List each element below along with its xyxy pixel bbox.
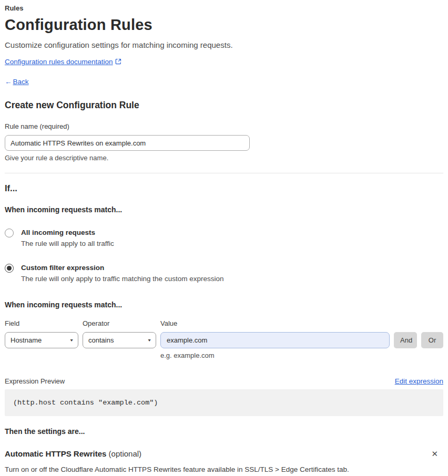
setting-title: Automatic HTTPS Rewrites (optional) bbox=[5, 449, 141, 459]
setting-optional-label: (optional) bbox=[109, 449, 142, 458]
page-title: Configuration Rules bbox=[5, 15, 443, 34]
documentation-link[interactable]: Configuration rules documentation bbox=[5, 58, 113, 66]
field-select[interactable]: Hostname ▾ bbox=[5, 332, 78, 348]
rule-name-label: Rule name (required) bbox=[5, 122, 443, 131]
field-label: Field bbox=[5, 319, 78, 328]
or-button[interactable]: Or bbox=[421, 332, 443, 348]
and-button[interactable]: And bbox=[394, 332, 417, 348]
configuration-rules-page: Rules Configuration Rules Customize conf… bbox=[0, 0, 448, 476]
create-rule-heading: Create new Configuration Rule bbox=[5, 99, 443, 111]
condition-heading: When incoming requests match... bbox=[5, 300, 443, 309]
match-heading: When incoming requests match... bbox=[5, 205, 443, 214]
page-subtitle: Customize configuration settings for mat… bbox=[5, 40, 443, 50]
back-link-label: Back bbox=[13, 78, 29, 86]
setting-description: Turn on or off the Cloudflare Automatic … bbox=[5, 465, 443, 474]
radio-selected-icon[interactable] bbox=[5, 264, 14, 273]
field-select-value: Hostname bbox=[11, 336, 70, 344]
setting-title-text: Automatic HTTPS Rewrites bbox=[5, 449, 106, 458]
close-icon[interactable]: ✕ bbox=[429, 449, 440, 459]
operator-label: Operator bbox=[83, 319, 156, 328]
expression-preview-label: Expression Preview bbox=[5, 377, 65, 385]
if-heading: If... bbox=[5, 183, 443, 194]
edit-expression-link[interactable]: Edit expression bbox=[395, 377, 443, 385]
radio-option-label: Custom filter expression bbox=[21, 263, 223, 272]
back-arrow-icon: ← bbox=[5, 78, 12, 86]
chevron-down-icon: ▾ bbox=[70, 338, 73, 343]
radio-option-description: The rule will apply to all traffic bbox=[21, 239, 114, 248]
chevron-down-icon: ▾ bbox=[148, 338, 150, 343]
radio-option-label: All incoming requests bbox=[21, 228, 114, 237]
radio-option-all-requests[interactable]: All incoming requests The rule will appl… bbox=[5, 228, 443, 248]
radio-option-description: The rule will only apply to traffic matc… bbox=[21, 274, 223, 283]
then-heading: Then the settings are... bbox=[5, 427, 443, 436]
radio-option-custom-filter[interactable]: Custom filter expression The rule will o… bbox=[5, 263, 443, 283]
back-link[interactable]: ←Back bbox=[5, 78, 29, 86]
radio-unselected-icon[interactable] bbox=[5, 229, 14, 237]
value-helper: e.g. example.com bbox=[160, 351, 443, 360]
breadcrumb: Rules bbox=[5, 4, 443, 13]
value-label: Value bbox=[160, 319, 177, 328]
rule-name-input[interactable] bbox=[5, 135, 250, 151]
operator-select-value: contains bbox=[88, 336, 148, 344]
value-input[interactable] bbox=[160, 332, 390, 348]
operator-select[interactable]: contains ▾ bbox=[83, 332, 156, 348]
rule-name-helper: Give your rule a descriptive name. bbox=[5, 154, 443, 162]
expression-code: (http.host contains "example.com") bbox=[5, 389, 443, 416]
section-divider bbox=[5, 173, 443, 173]
external-link-icon bbox=[115, 57, 121, 67]
